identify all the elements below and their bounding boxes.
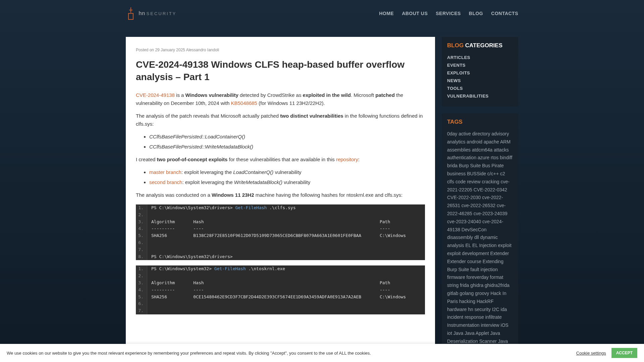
- category-list: ARTICLESEVENTSEXPLOITSNEWSTOOLSVULNERABI…: [447, 54, 513, 100]
- tag-item[interactable]: business: [447, 171, 466, 176]
- post-title: CVE-2024-49138 Windows CLFS heap-based b…: [136, 59, 425, 83]
- tag-item[interactable]: cracking: [482, 179, 499, 184]
- paragraph-3: I created two proof-of-concept exploits …: [136, 156, 425, 164]
- accept-button[interactable]: ACCEPT: [611, 348, 637, 358]
- post-author: Alessandro Iandoli: [186, 48, 219, 52]
- tag-item[interactable]: BUSSide: [467, 171, 486, 176]
- link-kb[interactable]: KB5048685: [231, 100, 257, 106]
- tag-item[interactable]: authentication: [447, 155, 476, 160]
- tag-item[interactable]: EL: [465, 243, 471, 248]
- cookie-text: We use cookies on our website to give yo…: [7, 351, 371, 356]
- tag-item[interactable]: groovy: [475, 291, 489, 296]
- tag-item[interactable]: ARM: [500, 139, 511, 144]
- tag-item[interactable]: android: [467, 139, 482, 144]
- tag-item[interactable]: hacking: [459, 299, 475, 304]
- tag-item[interactable]: exploit development: [447, 251, 489, 256]
- tag-item[interactable]: CVE-2022-2030: [447, 195, 481, 200]
- tag-item[interactable]: c2: [500, 171, 505, 176]
- category-item[interactable]: EVENTS: [447, 61, 513, 69]
- tag-item[interactable]: 0day: [447, 131, 457, 136]
- tag-item[interactable]: cve-2023-24039: [474, 211, 507, 216]
- tag-item[interactable]: active directory: [459, 131, 490, 136]
- tag-item[interactable]: firmware: [447, 275, 465, 280]
- tag-item[interactable]: ida: [501, 307, 507, 312]
- tag-item[interactable]: Java Applet: [465, 330, 489, 336]
- tag-item[interactable]: bindiff: [500, 155, 512, 160]
- list-item: second branch: exploit leveraging the Wr…: [149, 178, 425, 186]
- tag-item[interactable]: apache: [484, 139, 499, 144]
- link-repo[interactable]: repository: [336, 157, 358, 162]
- tag-item[interactable]: cve-2022-26532: [462, 203, 495, 208]
- tag-item[interactable]: exploit: [498, 243, 512, 248]
- category-item[interactable]: NEWS: [447, 77, 513, 84]
- tag-item[interactable]: atdcm64a: [472, 147, 492, 153]
- nav-blog[interactable]: BLOG: [469, 11, 483, 16]
- tag-item[interactable]: ghidra: [470, 283, 483, 288]
- tag-item[interactable]: azure rtos: [478, 155, 498, 160]
- tag-cloud: 0day active directory advisory analytics…: [447, 130, 513, 361]
- link-cve[interactable]: CVE-2024-49138: [136, 92, 175, 98]
- logo[interactable]: hnSECURITY: [126, 7, 176, 20]
- tag-item[interactable]: I2C: [492, 307, 499, 312]
- categories-title: BLOG CATEGORIES: [447, 42, 513, 49]
- branch-list: master branch: exploit leveraging the Lo…: [143, 168, 425, 186]
- paragraph-4: The analysis was conducted on a Windows …: [136, 191, 425, 199]
- tag-item[interactable]: foreverday: [467, 275, 489, 280]
- post-meta: Posted on 29 January 2025 Alessandro Ian…: [136, 47, 425, 53]
- tag-item[interactable]: hn security: [468, 307, 491, 312]
- tag-item[interactable]: frida: [460, 283, 469, 288]
- category-item[interactable]: ARTICLES: [447, 54, 513, 61]
- category-item[interactable]: TOOLS: [447, 84, 513, 92]
- tag-item[interactable]: dll: [474, 235, 479, 240]
- tag-item[interactable]: analytics: [447, 139, 465, 144]
- tag-item[interactable]: Instrumentation: [447, 322, 480, 328]
- nav-services[interactable]: SERVICES: [436, 11, 461, 16]
- tags-title: TAGS: [447, 119, 513, 125]
- nav-contacts[interactable]: CONTACTS: [491, 11, 518, 16]
- tag-item[interactable]: infiltrate: [485, 314, 502, 320]
- link-master-branch[interactable]: master branch: [149, 169, 181, 175]
- tag-item[interactable]: interview: [481, 322, 499, 328]
- tag-item[interactable]: Extender course: [447, 259, 481, 264]
- tag-item[interactable]: advisory: [491, 131, 509, 136]
- tag-item[interactable]: clfs: [447, 179, 454, 184]
- tag-item[interactable]: brida: [447, 163, 458, 168]
- tag-item[interactable]: Extender: [490, 251, 509, 256]
- tag-item[interactable]: cve-2023-24040: [447, 219, 481, 224]
- nav-about[interactable]: ABOUT US: [402, 11, 428, 16]
- tag-item[interactable]: Bus Pirate: [482, 163, 504, 168]
- tag-item[interactable]: CVE-2022-0342: [474, 187, 507, 192]
- tag-item[interactable]: hardware: [447, 307, 467, 312]
- tag-item[interactable]: c/c++: [487, 171, 499, 176]
- sidebar: BLOG CATEGORIES ARTICLESEVENTSEXPLOITSNE…: [442, 37, 518, 362]
- paragraph-2: The analysis of the patch reveals that M…: [136, 112, 425, 128]
- tag-item[interactable]: DevSecCon: [462, 227, 487, 232]
- tags-box: TAGS 0day active directory advisory anal…: [442, 113, 518, 362]
- tag-item[interactable]: HackRF: [477, 299, 494, 304]
- category-item[interactable]: EXPLOITS: [447, 69, 513, 77]
- tag-item[interactable]: fault injection: [470, 267, 498, 272]
- tag-item[interactable]: code review: [455, 179, 481, 184]
- tag-item[interactable]: gitlab: [447, 291, 458, 296]
- cookie-banner: We use cookies on our website to give yo…: [0, 344, 644, 362]
- tag-item[interactable]: disassembly: [447, 235, 473, 240]
- categories-box: BLOG CATEGORIES ARTICLESEVENTSEXPLOITSNE…: [442, 37, 518, 107]
- list-item: CClfsBaseFilePersisted::WriteMetadataBlo…: [149, 143, 425, 151]
- tag-item[interactable]: iOS: [501, 322, 508, 328]
- link-second-branch[interactable]: second branch: [149, 179, 182, 185]
- tag-item[interactable]: iot: [447, 330, 452, 336]
- category-item[interactable]: VULNERABILITIES: [447, 92, 513, 100]
- paragraph-1: CVE-2024-49138 is a Windows vulnerabilit…: [136, 91, 425, 107]
- tag-item[interactable]: Burp Suite: [459, 163, 481, 168]
- tag-item[interactable]: golang: [460, 291, 474, 296]
- nav-home[interactable]: HOME: [379, 11, 394, 16]
- tag-item[interactable]: attacks: [494, 147, 508, 153]
- cookie-settings-link[interactable]: Cookie settings: [576, 351, 606, 356]
- tag-item[interactable]: Java: [453, 330, 464, 336]
- tag-item[interactable]: incident response: [447, 314, 484, 320]
- tag-item[interactable]: ghidra2frida: [485, 283, 509, 288]
- tag-item[interactable]: EL Injection: [472, 243, 497, 248]
- article: Posted on 29 January 2025 Alessandro Ian…: [126, 37, 435, 362]
- tag-item[interactable]: assemblies: [447, 147, 471, 153]
- main-nav: HOME ABOUT US SERVICES BLOG CONTACTS: [379, 11, 518, 16]
